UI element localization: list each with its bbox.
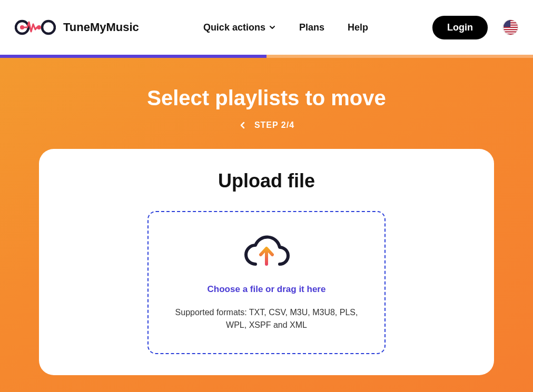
login-button[interactable]: Login	[432, 16, 488, 39]
chevron-left-icon	[239, 121, 247, 129]
nav-quick-actions[interactable]: Quick actions	[203, 22, 276, 33]
nav: Quick actions Plans Help	[203, 22, 368, 33]
supported-formats-text: Supported formats: TXT, CSV, M3U, M3U8, …	[175, 306, 358, 331]
choose-file-text: Choose a file or drag it here	[208, 284, 326, 295]
nav-plans[interactable]: Plans	[299, 22, 324, 33]
cloud-upload-icon	[241, 234, 292, 273]
logo-icon	[15, 15, 56, 40]
file-dropzone[interactable]: Choose a file or drag it here Supported …	[147, 211, 386, 354]
svg-rect-12	[504, 20, 510, 27]
language-flag-icon[interactable]	[502, 19, 518, 35]
nav-help-label: Help	[348, 22, 368, 33]
svg-rect-6	[504, 21, 518, 22]
nav-plans-label: Plans	[299, 22, 324, 33]
step-row: STEP 2/4	[0, 120, 533, 130]
step-label: STEP 2/4	[254, 120, 294, 130]
upload-card: Upload file Choose a file or drag it her…	[39, 149, 494, 375]
nav-quick-actions-label: Quick actions	[203, 22, 265, 33]
svg-rect-11	[504, 33, 518, 34]
header-right: Login	[432, 16, 518, 39]
nav-help[interactable]: Help	[348, 22, 368, 33]
page-title: Select playlists to move	[0, 86, 533, 110]
progress-fill	[0, 55, 266, 58]
svg-rect-10	[504, 30, 518, 31]
progress-bar	[0, 55, 533, 58]
chevron-down-icon	[269, 24, 276, 31]
svg-rect-9	[504, 28, 518, 29]
main-area: Select playlists to move STEP 2/4 Upload…	[0, 55, 533, 392]
logo-area[interactable]: TuneMyMusic	[15, 15, 139, 40]
upload-card-title: Upload file	[66, 170, 467, 192]
header: TuneMyMusic Quick actions Plans Help Log…	[0, 0, 533, 55]
brand-name: TuneMyMusic	[63, 21, 139, 34]
back-button[interactable]	[239, 121, 247, 129]
